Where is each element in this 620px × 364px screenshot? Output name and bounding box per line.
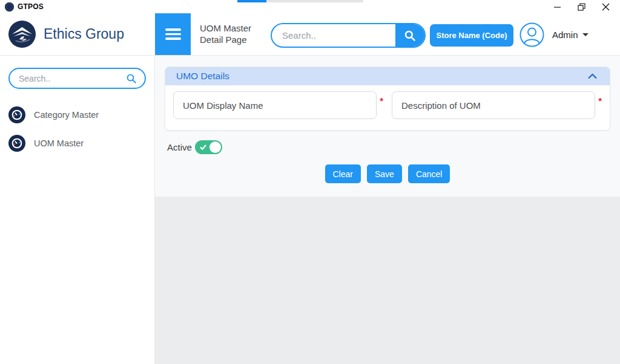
admin-label: Admin xyxy=(552,30,578,40)
uom-description-field-group: * xyxy=(392,91,602,119)
active-label: Active xyxy=(167,142,192,152)
panel-body: * * xyxy=(165,85,610,130)
app-title: GTPOS xyxy=(18,2,44,11)
gauge-icon xyxy=(8,106,25,123)
cancel-button[interactable]: Cancel xyxy=(408,164,450,183)
header-search xyxy=(271,23,426,48)
sidebar-item-category-master[interactable]: Category Master xyxy=(0,106,154,123)
admin-dropdown[interactable]: Admin xyxy=(549,29,592,41)
titlebar-app-identity: GTPOS xyxy=(5,2,44,11)
header-search-button[interactable] xyxy=(395,24,424,47)
user-icon xyxy=(519,22,544,47)
sidebar-menu: Category Master UOM Master xyxy=(0,106,154,163)
sidebar-search xyxy=(8,68,146,89)
brand: Ethics Group xyxy=(8,20,124,48)
hamburger-icon xyxy=(165,28,181,31)
ethics-group-logo-icon xyxy=(8,20,36,48)
page-title-line2: Detail Page xyxy=(200,34,251,45)
sidebar-item-label: Category Master xyxy=(34,110,99,120)
close-button[interactable] xyxy=(593,0,618,13)
sidebar-toggle-button[interactable] xyxy=(155,13,191,55)
store-name-button[interactable]: Store Name (Code) xyxy=(430,24,513,47)
clear-button[interactable]: Clear xyxy=(325,164,361,183)
sidebar-search-input[interactable] xyxy=(10,74,126,83)
content-background-lower xyxy=(155,197,620,364)
save-button[interactable]: Save xyxy=(367,164,402,183)
uom-description-input[interactable] xyxy=(392,91,595,119)
panel-header[interactable]: UMO Details xyxy=(165,67,610,85)
loading-bar xyxy=(237,0,363,2)
header-bar: Ethics Group UOM Master Detail Page Stor… xyxy=(0,13,620,56)
brand-name: Ethics Group xyxy=(44,26,124,42)
sidebar-item-label: UOM Master xyxy=(34,138,84,148)
minimize-button[interactable] xyxy=(545,0,569,13)
active-toggle[interactable] xyxy=(195,140,222,154)
gauge-icon xyxy=(8,135,25,152)
sidebar-item-uom-master[interactable]: UOM Master xyxy=(0,135,154,152)
restore-icon xyxy=(578,3,585,11)
active-toggle-row: Active xyxy=(167,140,222,154)
page-title-line1: UOM Master xyxy=(200,22,251,34)
close-icon xyxy=(602,3,610,11)
window-controls xyxy=(545,0,618,13)
umo-details-panel: UMO Details * * xyxy=(165,67,610,131)
minimize-icon xyxy=(553,3,561,11)
panel-title: UMO Details xyxy=(176,71,229,82)
check-icon xyxy=(200,145,206,150)
uom-display-name-input[interactable] xyxy=(173,91,377,119)
required-marker: * xyxy=(598,96,602,106)
toggle-knob xyxy=(209,141,221,153)
restore-button[interactable] xyxy=(569,0,593,13)
user-avatar[interactable] xyxy=(519,22,544,47)
required-marker: * xyxy=(380,96,383,106)
page-title: UOM Master Detail Page xyxy=(200,22,251,45)
loading-bar-fill xyxy=(237,0,266,2)
uom-display-name-field-group: * xyxy=(173,91,383,119)
chevron-up-icon[interactable] xyxy=(587,73,598,79)
sidebar: Category Master UOM Master xyxy=(0,56,155,364)
search-icon xyxy=(404,30,416,42)
app-logo-icon xyxy=(5,2,14,11)
caret-down-icon xyxy=(582,33,589,36)
header-search-input[interactable] xyxy=(272,24,395,47)
search-icon xyxy=(126,73,145,84)
main-content: UMO Details * * Active Clear Save Cancel xyxy=(155,56,620,364)
form-actions: Clear Save Cancel xyxy=(155,164,620,183)
